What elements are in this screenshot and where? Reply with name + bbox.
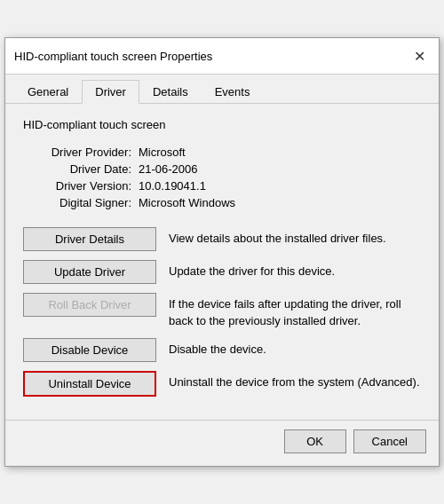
rollback-driver-button[interactable]: Roll Back Driver	[23, 293, 156, 317]
tab-driver[interactable]: Driver	[82, 80, 139, 104]
tab-general[interactable]: General	[14, 80, 82, 104]
close-button[interactable]: ✕	[408, 45, 430, 67]
prop-label-provider: Driver Provider:	[23, 146, 139, 159]
cancel-button[interactable]: Cancel	[353, 429, 426, 453]
action-row-disable-device: Disable Device Disable the device.	[23, 338, 421, 362]
update-driver-desc: Update the driver for this device.	[156, 260, 421, 280]
action-row-rollback-driver: Roll Back Driver If the device fails aft…	[23, 293, 421, 328]
driver-details-button[interactable]: Driver Details	[23, 227, 156, 251]
prop-row-signer: Digital Signer: Microsoft Windows	[23, 196, 421, 209]
prop-row-date: Driver Date: 21-06-2006	[23, 162, 421, 176]
rollback-driver-desc: If the device fails after updating the d…	[156, 293, 421, 328]
prop-row-version: Driver Version: 10.0.19041.1	[23, 179, 421, 193]
prop-row-provider: Driver Provider: Microsoft	[23, 146, 421, 159]
tab-events[interactable]: Events	[202, 80, 264, 104]
dialog-footer: OK Cancel	[5, 420, 439, 466]
prop-value-signer: Microsoft Windows	[139, 196, 235, 209]
tab-content: HID-compliant touch screen Driver Provid…	[5, 104, 439, 419]
prop-value-date: 21-06-2006	[139, 162, 198, 176]
tab-details[interactable]: Details	[139, 80, 202, 104]
driver-details-desc: View details about the installed driver …	[156, 227, 421, 247]
device-name-label: HID-compliant touch screen	[23, 118, 421, 131]
uninstall-device-button[interactable]: Uninstall Device	[23, 371, 156, 397]
prop-value-version: 10.0.19041.1	[139, 179, 206, 193]
actions-list: Driver Details View details about the in…	[23, 227, 421, 405]
prop-label-date: Driver Date:	[23, 162, 139, 176]
prop-value-provider: Microsoft	[139, 146, 186, 159]
title-bar: HID-compliant touch screen Properties ✕	[5, 38, 439, 75]
close-icon: ✕	[414, 48, 425, 65]
tab-bar: General Driver Details Events	[5, 75, 439, 104]
disable-device-button[interactable]: Disable Device	[23, 338, 156, 362]
prop-label-version: Driver Version:	[23, 179, 139, 193]
action-row-driver-details: Driver Details View details about the in…	[23, 227, 421, 251]
driver-properties: Driver Provider: Microsoft Driver Date: …	[23, 146, 421, 209]
properties-dialog: HID-compliant touch screen Properties ✕ …	[4, 37, 440, 466]
window-title: HID-compliant touch screen Properties	[14, 50, 212, 63]
action-row-uninstall-device: Uninstall Device Uninstall the device fr…	[23, 371, 421, 397]
update-driver-button[interactable]: Update Driver	[23, 260, 156, 284]
uninstall-device-desc: Uninstall the device from the system (Ad…	[156, 371, 421, 390]
ok-button[interactable]: OK	[284, 429, 346, 453]
prop-label-signer: Digital Signer:	[23, 196, 139, 209]
action-row-update-driver: Update Driver Update the driver for this…	[23, 260, 421, 284]
disable-device-desc: Disable the device.	[156, 338, 421, 358]
